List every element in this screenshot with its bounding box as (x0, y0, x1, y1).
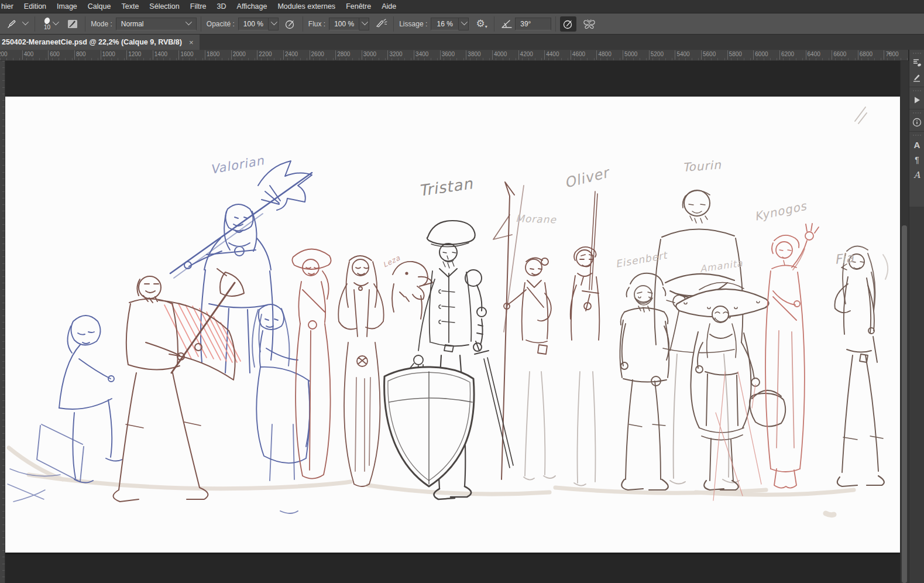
smoothing-value: 16 % (437, 20, 453, 28)
flow-label: Flux : (308, 20, 325, 28)
mode-select[interactable]: Normal (116, 18, 197, 30)
menu-texte[interactable]: Texte (116, 0, 144, 13)
menu-sélection[interactable]: Sélection (144, 0, 184, 13)
angle-input[interactable]: 39° (515, 18, 551, 30)
pressure-size-button[interactable] (560, 16, 576, 32)
ruler-label: 5800 (727, 50, 742, 60)
symmetry-butterfly-icon[interactable] (581, 16, 597, 32)
figure-morane (493, 182, 555, 480)
separator (35, 16, 35, 32)
mode-label: Mode : (91, 20, 112, 28)
label-oliver: Oliver (563, 164, 613, 191)
flow-input[interactable]: 100 % (329, 18, 359, 30)
ruler-label: 4800 (596, 50, 611, 60)
tool-options-bar: 10 Mode : Normal Opacité : 100 % Flux : … (0, 13, 924, 35)
toggle-brush-panel-icon[interactable] (64, 16, 81, 32)
label-tourin: Tourin (682, 157, 722, 174)
ruler-label: 2200 (257, 50, 272, 60)
scrollbar-thumb[interactable] (902, 225, 907, 583)
menu-edition[interactable]: Edition (19, 0, 51, 13)
menu-items: hierEditionImageCalqueTexteSélectionFilt… (0, 0, 401, 13)
separator (555, 16, 556, 32)
brush-size-value: 10 (44, 25, 50, 30)
opacity-input[interactable]: 100 % (238, 18, 269, 30)
ruler-label: 5200 (649, 50, 664, 60)
label-morane: Morane (516, 212, 557, 225)
menu-filtre[interactable]: Filtre (185, 0, 212, 13)
menu-hier[interactable]: hier (0, 0, 19, 13)
angle-value: 39° (518, 20, 531, 28)
canvas-artwork[interactable]: Valorian Tristan Leza Morane Oliver Tour… (5, 97, 900, 553)
figure-oliver (571, 191, 600, 486)
vertical-scrollbar[interactable] (900, 61, 909, 583)
airbrush-icon[interactable] (373, 16, 389, 32)
ruler-label: 6600 (832, 50, 846, 60)
ruler-label: 6400 (806, 50, 820, 60)
brush-tool-icon[interactable] (4, 16, 20, 32)
ruler-label: 5000 (623, 50, 637, 60)
mode-value: Normal (119, 20, 144, 28)
ruler-label: 3000 (362, 50, 376, 60)
figure-fia (834, 246, 884, 486)
actions-play-icon[interactable] (909, 92, 924, 108)
menu-affichage[interactable]: Affichage (232, 0, 273, 13)
character-panel-icon[interactable]: A (909, 137, 924, 152)
scroll-up-chevron-icon[interactable]: ⌃ (885, 51, 894, 59)
menu-calque[interactable]: Calque (83, 0, 116, 13)
ruler-label: 1600 (178, 50, 193, 60)
brush-preset-chevron-icon[interactable] (22, 18, 29, 25)
document-tab[interactable]: 250402-MeraneetCie.psd @ 22,2% (Calque 9… (0, 35, 200, 50)
opacity-chevron[interactable] (269, 18, 279, 30)
smoothing-input[interactable]: 16 % (431, 18, 459, 30)
opacity-value: 100 % (243, 20, 263, 28)
brush-tip-chevron-icon[interactable] (53, 18, 59, 25)
vertical-ruler[interactable] (0, 61, 5, 583)
separator (201, 16, 201, 32)
menu-3d[interactable]: 3D (212, 0, 232, 13)
flow-value: 100 % (334, 20, 354, 28)
ruler-label: 5600 (701, 50, 716, 60)
horizontal-ruler[interactable]: 2004006008001000120014001600180020002200… (0, 50, 908, 61)
ruler-label: 200 (0, 50, 8, 60)
canvas-viewport: Valorian Tristan Leza Morane Oliver Tour… (5, 61, 900, 583)
figure-hat-woman (292, 249, 331, 478)
smoothing-chevron[interactable] (459, 18, 469, 30)
figure-seated-woman (252, 304, 310, 513)
smoothing-gear-icon[interactable]: ⚙▾ (473, 16, 490, 32)
figure-axeman (113, 269, 244, 502)
label-fia: Fia (834, 251, 855, 267)
brushes-icon[interactable] (909, 70, 924, 85)
menu-modules-externes[interactable]: Modules externes (272, 0, 341, 13)
label-tristan: Tristan (418, 174, 475, 200)
ruler-label: 4200 (518, 50, 533, 60)
tab-close-icon[interactable]: × (189, 38, 194, 47)
ruler-label: 1000 (101, 50, 115, 60)
ruler-label: 6200 (779, 50, 794, 60)
menu-fenêtre[interactable]: Fenêtre (341, 0, 376, 13)
smoothing-label: Lissage : (399, 20, 427, 28)
ruler-label: 4000 (492, 50, 507, 60)
document-title: 250402-MeraneetCie.psd @ 22,2% (Calque 9… (2, 38, 182, 46)
glyphs-panel-icon[interactable]: A (909, 167, 924, 183)
ruler-label: 4400 (544, 50, 559, 60)
dock-separator (909, 131, 924, 132)
ruler-label: 4600 (571, 50, 585, 60)
flow-chevron[interactable] (359, 18, 369, 30)
ruler-label: 400 (22, 50, 34, 60)
document-canvas[interactable]: Valorian Tristan Leza Morane Oliver Tour… (5, 97, 900, 553)
ruler-label: 1800 (205, 50, 219, 60)
brush-tip-preview[interactable]: 10 (44, 18, 50, 30)
menu-aide[interactable]: Aide (376, 0, 401, 13)
label-amanita: Amanita (699, 258, 744, 275)
paragraph-panel-icon[interactable]: ¶ (909, 152, 924, 167)
brush-settings-icon[interactable] (909, 55, 924, 70)
separator (393, 16, 394, 32)
ruler-label: 5400 (675, 50, 689, 60)
info-icon[interactable] (909, 115, 924, 130)
ruler-label: 2000 (231, 50, 246, 60)
pressure-opacity-icon[interactable] (282, 16, 298, 32)
menu-bar: hierEditionImageCalqueTexteSélectionFilt… (0, 0, 924, 13)
figure-leza-creature (392, 262, 432, 319)
menu-image[interactable]: Image (51, 0, 83, 13)
label-eisenbert: Eisenbert (614, 249, 669, 269)
